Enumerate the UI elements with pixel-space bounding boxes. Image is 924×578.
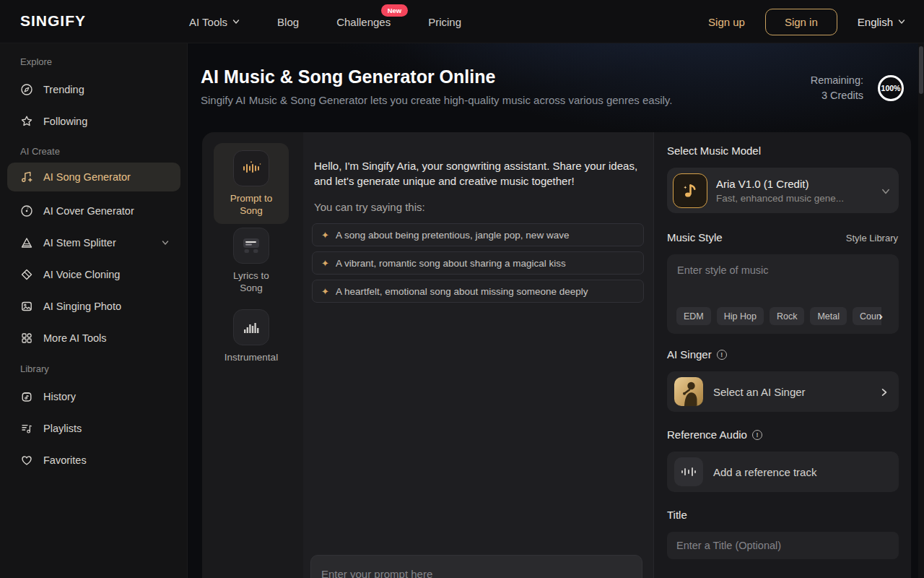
style-section-label: Music Style (667, 231, 723, 243)
title-section-label: Title (667, 509, 687, 521)
info-icon[interactable]: ! (752, 430, 762, 440)
chevron-right-icon[interactable]: › (879, 309, 883, 324)
sidebar-item-favorites[interactable]: Favorites (7, 447, 180, 473)
style-tag-list: EDM Hip Hop Rock Metal Country (676, 307, 881, 325)
page-subtitle: Singify AI Music & Song Generator lets y… (201, 94, 672, 106)
grid-icon (20, 332, 33, 345)
suggestion-item[interactable]: ✦ A vibrant, romantic song about sharing… (312, 251, 644, 275)
tab-label: Prompt to Song (214, 192, 289, 217)
title-input[interactable] (667, 532, 899, 559)
tab-lyrics-to-song[interactable]: Lyrics to Song (214, 228, 289, 294)
nav-ai-tools[interactable]: AI Tools (189, 16, 240, 28)
style-tag[interactable]: EDM (676, 307, 711, 325)
credits-value: 3 Credits (811, 88, 863, 103)
page-title: AI Music & Song Generator Online (201, 66, 495, 87)
compass-icon (20, 83, 33, 96)
scrollbar-thumb[interactable] (919, 46, 923, 94)
tab-label: Lyrics to Song (214, 269, 289, 294)
sidebar-item-ai-cover-generator[interactable]: AI Cover Generator (7, 198, 180, 224)
music-model-select[interactable]: Aria V1.0 (1 Credit) Fast, enhanced musi… (667, 168, 899, 213)
sidebar-item-trending[interactable]: Trending (7, 77, 180, 103)
waveform-icon (233, 150, 269, 186)
sidebar-item-playlists[interactable]: Playlists (7, 415, 180, 441)
signin-button[interactable]: Sign in (765, 9, 837, 35)
prompt-input-box (310, 555, 642, 578)
credits-remaining: Remaining: 3 Credits (811, 73, 863, 103)
info-icon[interactable]: ! (717, 350, 727, 360)
model-section-label: Select Music Model (667, 144, 761, 157)
tab-instrumental[interactable]: Instrumental (214, 309, 289, 363)
playlist-icon (20, 422, 33, 435)
suggestion-item[interactable]: ✦ A heartfelt, emotional song about miss… (312, 280, 644, 303)
model-name: Aria V1.0 (1 Credit) (716, 178, 873, 190)
reference-placeholder: Add a reference track (713, 466, 887, 478)
sidebar-item-ai-song-generator[interactable]: AI Song Generator (7, 163, 180, 191)
remaining-label: Remaining: (811, 73, 863, 88)
singer-avatar-icon (674, 377, 703, 406)
heart-icon (20, 454, 33, 467)
vinyl-icon (20, 204, 33, 217)
nav-challenges[interactable]: Challenges New (336, 16, 391, 28)
sparkle-icon: ✦ (321, 230, 329, 241)
nav-right: Sign up Sign in English (708, 0, 905, 43)
history-icon (20, 390, 33, 403)
style-tag[interactable]: Rock (770, 307, 804, 325)
photo-icon (20, 300, 33, 313)
sidebar: Explore Trending Following AI Create AI … (0, 43, 188, 578)
lyrics-icon (233, 228, 269, 264)
singer-section-label: AI Singer ! (667, 348, 727, 361)
sparkle-icon: ✦ (321, 286, 329, 297)
reference-audio-add[interactable]: Add a reference track (667, 452, 899, 492)
settings-panel: Select Music Model Aria V1.0 (1 Credit) … (653, 132, 911, 578)
section-ai-create: AI Create (20, 146, 60, 157)
music-note-plus-icon (20, 171, 33, 184)
chevron-down-icon (162, 239, 169, 246)
chat-area: Hello, I'm Singify Aria, your songwritin… (303, 132, 653, 578)
model-description: Fast, enhanced music gene... (716, 193, 873, 204)
nav-ai-tools-label: AI Tools (189, 16, 227, 28)
signup-link[interactable]: Sign up (708, 16, 745, 28)
equalizer-icon (233, 309, 269, 345)
model-icon (673, 173, 707, 208)
credits-progress-ring: 100% (878, 75, 904, 101)
stem-splitter-icon (20, 236, 33, 249)
sidebar-item-history[interactable]: History (7, 384, 180, 410)
sparkle-icon: ✦ (321, 258, 329, 269)
sidebar-item-ai-voice-cloning[interactable]: AI Voice Cloning (7, 262, 180, 288)
model-texts: Aria V1.0 (1 Credit) Fast, enhanced musi… (716, 178, 873, 204)
style-library-link[interactable]: Style Library (846, 233, 898, 243)
page-scrollbar[interactable] (918, 43, 924, 578)
diamond-icon (20, 268, 33, 281)
new-badge: New (381, 4, 409, 17)
section-explore: Explore (20, 56, 52, 67)
style-tag[interactable]: Metal (810, 307, 847, 325)
style-tag[interactable]: Country (853, 307, 881, 325)
language-label: English (858, 16, 893, 28)
logo[interactable]: SINGIFY (20, 12, 86, 30)
nav-blog[interactable]: Blog (277, 16, 299, 28)
assistant-greeting: Hello, I'm Singify Aria, your songwritin… (314, 158, 640, 189)
section-library: Library (20, 363, 49, 374)
reference-section-label: Reference Audio ! (667, 428, 762, 441)
language-selector[interactable]: English (858, 16, 905, 28)
chevron-down-icon (898, 18, 905, 25)
generator-panel: Prompt to Song Lyrics to Song Instrument… (202, 132, 911, 578)
tab-prompt-to-song[interactable]: Prompt to Song (214, 143, 289, 224)
style-tag[interactable]: Hip Hop (717, 307, 764, 325)
tab-label: Instrumental (214, 351, 289, 363)
sidebar-item-ai-stem-splitter[interactable]: AI Stem Splitter (7, 230, 180, 256)
style-input-box: EDM Hip Hop Rock Metal Country › (667, 254, 899, 334)
chevron-down-icon (881, 187, 889, 194)
ai-singer-select[interactable]: Select an AI Singer (667, 371, 899, 412)
prompt-input[interactable] (311, 556, 642, 578)
style-input[interactable] (667, 254, 899, 286)
nav-pricing[interactable]: Pricing (428, 16, 461, 28)
nav-links: AI Tools Blog Challenges New Pricing (189, 0, 461, 43)
chevron-down-icon (232, 18, 240, 25)
suggestion-list: ✦ A song about being pretentious, jangle… (312, 223, 644, 308)
sidebar-item-more-ai-tools[interactable]: More AI Tools (7, 325, 180, 351)
suggestion-item[interactable]: ✦ A song about being pretentious, jangle… (312, 223, 644, 246)
singer-placeholder: Select an AI Singer (713, 386, 870, 398)
sidebar-item-ai-singing-photo[interactable]: AI Singing Photo (7, 293, 180, 319)
sidebar-item-following[interactable]: Following (7, 108, 180, 134)
